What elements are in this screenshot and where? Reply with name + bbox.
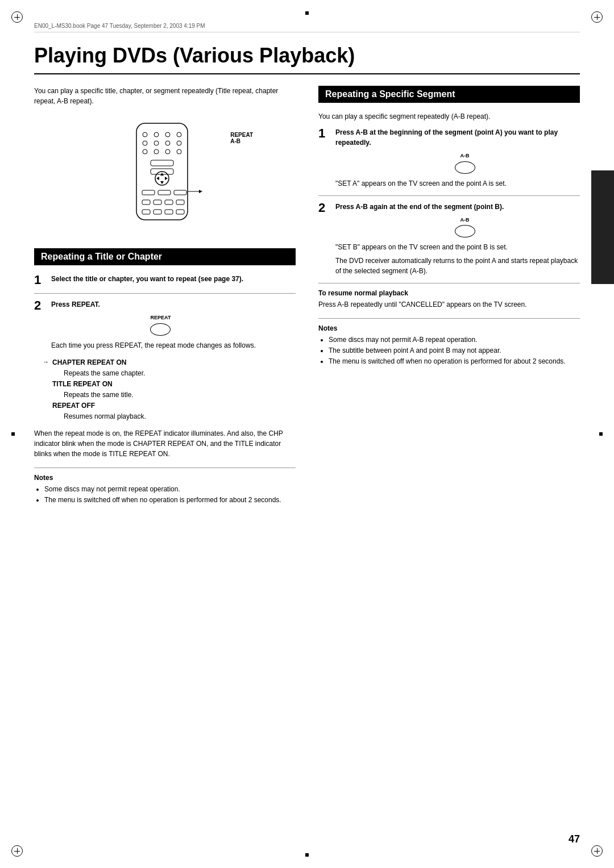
repeat-mode-list: → CHAPTER REPEAT ON Repeats the same cha… [43,357,296,423]
svg-rect-29 [165,210,173,214]
arrow-icon-1: → [43,357,49,368]
ab-oval-button-2 [455,225,475,237]
corner-mark-tr [591,11,603,23]
mode-item-off: → REPEAT OFF Resumes normal playback. [43,400,296,422]
mode-item-chapter: → CHAPTER REPEAT ON Repeats the same cha… [43,357,296,379]
svg-point-11 [165,149,170,154]
svg-rect-22 [174,190,186,195]
svg-point-4 [177,132,181,137]
to-resume-heading: To resume normal playback [318,289,580,297]
svg-point-10 [154,149,159,154]
svg-point-5 [143,141,147,145]
step1-content: Select the title or chapter, you want to… [51,274,243,284]
note-left-1: Some discs may not permit repeat operati… [44,484,296,495]
file-info: EN00_L-MS30.book Page 47 Tuesday, Septem… [34,23,205,29]
intro-text: You can play a specific title, chapter, … [34,86,296,106]
svg-point-6 [154,141,159,145]
svg-point-1 [143,132,147,137]
corner-mark-tl [11,11,23,23]
svg-rect-24 [154,200,161,205]
svg-marker-18 [156,177,159,180]
ab-label-2: A-B [460,216,470,224]
mode-name-title: TITLE REPEAT ON [52,379,134,390]
step-num-1: 1 [34,274,45,286]
repeat-oval-button [150,323,171,336]
divider-right-2 [318,283,580,283]
corner-mark-br [591,845,603,857]
page-number: 47 [569,833,580,845]
to-resume-text: Press A-B repeatedly until "CANCELLED" a… [318,299,580,310]
step-num-right-1: 1 [318,127,330,140]
step-right-1: 1 Press A-B at the beginning of the segm… [318,127,580,189]
page-container: EN00_L-MS30.book Page 47 Tuesday, Septem… [0,0,614,868]
step-right-2-bold: Press A-B again at the end of the segmen… [335,203,504,211]
svg-rect-25 [165,200,173,205]
step-right-1-content: Press A-B at the beginning of the segmen… [335,127,580,189]
note-right-1: Some discs may not permit A-B repeat ope… [329,335,580,345]
mode-name-chapter: CHAPTER REPEAT ON [52,357,145,368]
notes-heading-right: Notes [318,324,580,332]
svg-point-9 [143,149,147,154]
svg-rect-27 [142,210,150,214]
divider-notes-right [318,318,580,319]
step-left-1: 1 Select the title or chapter, you want … [34,274,296,286]
step-right-2-desc1: "SET B" appears on the TV screen and the… [335,242,580,252]
note-right-2: The subtitle between point A and point B… [329,345,580,356]
ab-oval-button-1 [455,161,475,174]
svg-rect-13 [151,160,173,166]
step-right-2-desc2: The DVD receiver automatically returns t… [335,256,580,276]
corner-mark-bl [11,845,23,857]
notes-section-left: Notes Some discs may not permit repeat o… [34,468,296,506]
step-num-2: 2 [34,299,45,312]
step-right-2: 2 Press A-B again at the end of the segm… [318,202,580,277]
header-bar: EN00_L-MS30.book Page 47 Tuesday, Septem… [34,23,580,32]
svg-marker-19 [165,177,168,180]
repeat-button-label: REPEAT [151,314,171,322]
mid-mark-top [305,11,309,15]
svg-point-12 [177,149,181,154]
ab-button-illus-1: A-B [350,152,580,174]
svg-marker-32 [199,190,202,193]
svg-rect-26 [176,200,184,205]
ab-label-1: A-B [460,152,470,160]
right-tab [591,170,614,284]
mode-paragraph: When the repeat mode is on, the REPEAT i… [34,428,296,459]
section-heading-right: Repeating a Specific Segment [318,86,580,103]
divider-1 [34,293,296,294]
note-right-3: The menu is switched off when no operati… [329,356,580,367]
right-intro: You can play a specific segment repeated… [318,111,580,122]
mid-mark-right [599,432,603,436]
section-repeating-title: Repeating a Title or Chapter 1 Select th… [34,248,296,506]
remote-container: REPEAT A-B [34,118,296,231]
section-heading-left: Repeating a Title or Chapter [34,248,296,265]
remote-illustration [125,118,205,231]
mid-mark-bottom [305,853,309,857]
step2-content: Press REPEAT. REPEAT Each time you press… [51,299,256,350]
page-title: Playing DVDs (Various Playback) [34,44,580,74]
step-left-2: 2 Press REPEAT. REPEAT Each time you pre… [34,299,296,350]
svg-point-8 [177,141,181,145]
svg-point-7 [165,141,170,145]
note-left-2: The menu is switched off when no operati… [44,495,296,506]
step-num-right-2: 2 [318,202,330,214]
notes-list-left: Some discs may not permit repeat operati… [44,484,296,506]
svg-rect-21 [158,190,171,195]
step-right-2-content: Press A-B again at the end of the segmen… [335,202,580,277]
svg-marker-17 [160,181,164,184]
ab-button-illus-2: A-B [350,216,580,238]
mode-desc-chapter: Repeats the same chapter. [64,368,145,379]
mode-name-off: REPEAT OFF [52,400,146,411]
divider-notes [34,468,296,468]
step2-paragraph: Each time you press REPEAT, the repeat m… [51,340,256,350]
step-right-1-desc: "SET A" appears on the TV screen and the… [335,178,580,189]
to-resume-section: To resume normal playback Press A-B repe… [318,289,580,310]
svg-rect-20 [142,190,155,195]
notes-list-right: Some discs may not permit A-B repeat ope… [329,335,580,368]
right-column: Repeating a Specific Segment You can pla… [318,86,580,506]
mid-mark-left [11,432,15,436]
content-columns: You can play a specific title, chapter, … [34,86,580,506]
svg-point-3 [165,132,170,137]
notes-section-right: Notes Some discs may not permit A-B repe… [318,318,580,368]
step-right-1-bold: Press A-B at the beginning of the segmen… [335,128,558,147]
mode-desc-off: Resumes normal playback. [64,411,146,422]
